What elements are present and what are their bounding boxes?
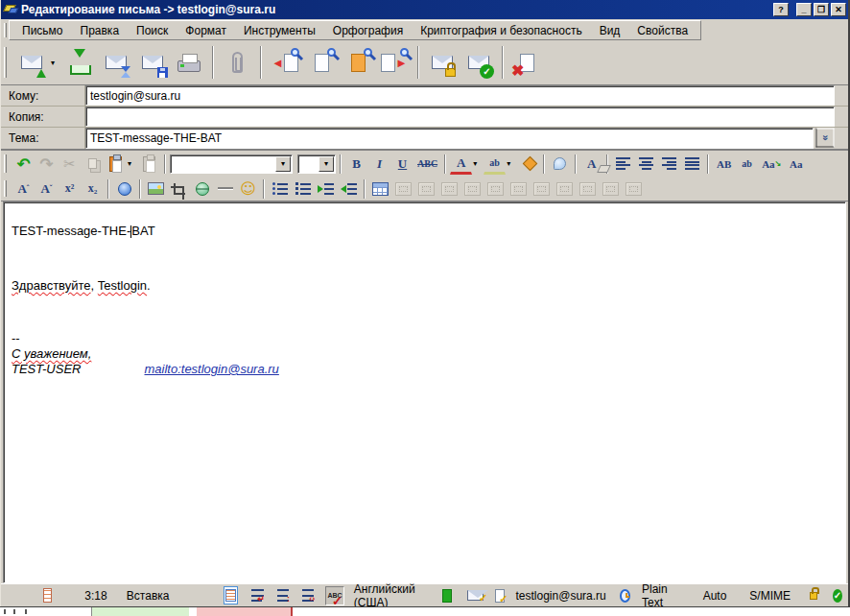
format-painter-button[interactable] [549,154,571,175]
paste-special-button[interactable] [138,154,160,175]
message-body[interactable]: TEST-message-THE-BAT Здравствуйте, Testl… [3,201,846,583]
print-button[interactable] [172,44,206,81]
cut-button[interactable]: ✂ [59,154,81,175]
bold-button[interactable]: B [345,154,367,175]
search-button[interactable] [304,44,339,81]
encoding-label[interactable]: Auto [703,589,727,603]
menu-tools[interactable]: Инструменты [235,22,324,39]
redo-button[interactable]: ↷ [35,154,58,175]
help-button[interactable]: ? [773,3,789,16]
menubar-grip[interactable] [4,23,7,37]
numbered-list-button[interactable] [292,178,314,200]
italic-button[interactable]: I [368,154,390,175]
subscript-button[interactable]: x₂ [82,178,104,200]
menu-message[interactable]: Письмо [13,22,72,39]
spellcheck-button[interactable]: ABC✓ [325,586,343,605]
font-size-dropdown[interactable]: ▾ [319,156,334,172]
para-marks-button[interactable]: : [277,589,289,602]
menu-properties[interactable]: Свойства [628,22,697,39]
minimize-button[interactable]: _ [796,3,812,16]
menu-format[interactable]: Формат [177,22,235,39]
fmt1-grip[interactable] [4,154,7,173]
paste-dropdown[interactable]: ▾ [128,159,137,168]
menu-crypto[interactable]: Криптография и безопасность [412,22,590,39]
fill-button[interactable] [517,154,539,175]
smime-label[interactable]: S/MIME [749,589,791,603]
maximize-button[interactable]: ❐ [814,3,829,16]
menu-search[interactable]: Поиск [128,22,177,39]
insert-row-button[interactable] [554,178,576,200]
align-center-button[interactable] [635,154,657,175]
paste-button[interactable] [105,154,127,175]
font-name-select[interactable]: ▾ [170,154,293,174]
search-current-button[interactable] [341,44,375,81]
sign-button[interactable]: ✓ [461,44,496,81]
align-justify-button[interactable] [681,154,703,175]
strikethrough-button[interactable]: ABC [414,154,440,175]
account-label[interactable]: testlogin@sura.ru [516,589,606,603]
menu-spelling[interactable]: Орфография [324,22,412,39]
align-right-button[interactable] [658,154,680,175]
hard-wrap-button[interactable]: ‹› [302,589,314,602]
uppercase-button[interactable]: AB [713,154,735,175]
titlebar[interactable]: Редактирование письма -> testlogin@sura.… [1,0,848,19]
copy-button[interactable] [82,154,104,175]
insert-image-button[interactable] [145,178,167,200]
outbox-button[interactable] [62,44,97,81]
delete-button[interactable]: ✖ [509,44,544,81]
font-color-button[interactable]: A [450,154,472,175]
undo-button[interactable]: ↶ [12,154,35,175]
format-label[interactable]: Plain Text [642,582,678,609]
highlight-button[interactable]: ab [484,154,506,175]
close-button[interactable]: ✕ [831,3,846,16]
decrease-indent-button[interactable] [338,178,360,200]
to-input[interactable] [85,85,835,106]
cc-input[interactable] [85,107,835,127]
send-dropdown[interactable]: ▾ [51,59,60,67]
font-color-dropdown[interactable]: ▾ [473,159,483,168]
insert-link-button[interactable] [191,178,213,200]
toolbar-grip[interactable] [4,47,7,78]
insert-hline-button[interactable] [214,178,236,200]
crop-button[interactable] [168,178,190,200]
table-merge-button[interactable] [415,178,437,200]
search-prev-button[interactable]: ◄ [268,44,302,81]
insert-smiley-button[interactable]: ☺ [237,178,259,200]
align-left-button[interactable] [612,154,634,175]
bullet-list-button[interactable] [269,178,291,200]
split-cell-up-button[interactable] [461,178,484,200]
insert-col-button[interactable] [600,178,622,200]
menu-edit[interactable]: Правка [72,22,129,39]
shrink-font-button[interactable]: Aˇ [35,178,58,200]
capitalize-button[interactable]: Aa [785,154,807,175]
save-draft-button[interactable] [135,44,170,81]
toggle-case-button[interactable]: Aa↘ [759,154,784,175]
split-cell-down-button[interactable] [438,178,460,200]
delete-col-button[interactable] [623,178,645,200]
mailto-link[interactable]: mailto:testlogin@sura.ru [144,362,278,376]
merge-down-button[interactable] [508,178,530,200]
merge-right-button[interactable] [484,178,507,200]
superscript-button[interactable]: x² [59,178,81,200]
fmt2-grip[interactable] [4,180,7,198]
font-name-dropdown[interactable]: ▾ [275,156,291,172]
table-split-button[interactable] [392,178,414,200]
underline-button[interactable]: U [391,154,413,175]
insert-table-button[interactable] [369,178,391,200]
send-button[interactable] [14,44,49,81]
search-next-button[interactable]: ► [377,44,412,81]
send-later-button[interactable] [99,44,133,81]
subject-input[interactable] [85,128,814,149]
increase-indent-button[interactable] [315,178,337,200]
autowrap-button[interactable]: ↵ [251,589,263,602]
encrypt-button[interactable] [425,44,460,81]
menu-view[interactable]: Вид [591,22,629,39]
attach-button[interactable] [220,44,254,81]
clear-format-button[interactable]: A [580,154,602,175]
grow-font-button[interactable]: Aˆ [12,178,35,200]
insert-object-button[interactable] [113,178,135,200]
font-size-select[interactable]: ▾ [297,154,336,174]
expand-headers-button[interactable]: » [816,129,835,148]
table-props-button[interactable] [531,178,553,200]
delete-row-button[interactable] [577,178,599,200]
